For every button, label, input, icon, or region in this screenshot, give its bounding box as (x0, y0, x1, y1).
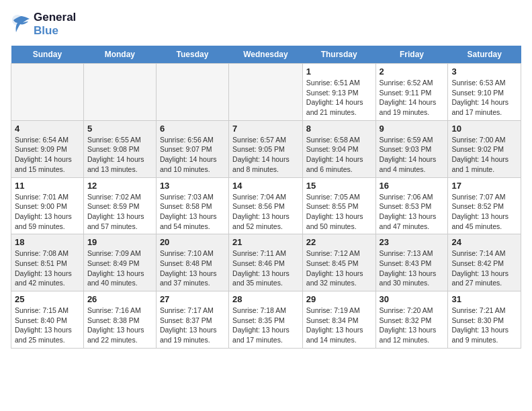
day-info: Sunrise: 6:54 AM Sunset: 9:09 PM Dayligh… (15, 135, 80, 175)
calendar-week-row: 4Sunrise: 6:54 AM Sunset: 9:09 PM Daylig… (11, 120, 521, 177)
day-number: 9 (380, 124, 445, 134)
day-number: 8 (306, 124, 372, 134)
day-number: 21 (232, 237, 299, 247)
day-number: 14 (232, 181, 299, 191)
calendar-cell: 28Sunrise: 7:18 AM Sunset: 8:35 PM Dayli… (229, 291, 303, 349)
day-number: 11 (15, 181, 80, 191)
logo-blue: Blue (34, 24, 58, 37)
weekday-header-row: SundayMondayTuesdayWednesdayThursdayFrid… (11, 46, 521, 64)
calendar-cell: 17Sunrise: 7:07 AM Sunset: 8:52 PM Dayli… (448, 177, 521, 234)
day-number: 23 (380, 237, 445, 247)
calendar-cell: 27Sunrise: 7:17 AM Sunset: 8:37 PM Dayli… (156, 291, 228, 349)
calendar-cell: 24Sunrise: 7:14 AM Sunset: 8:42 PM Dayli… (448, 234, 521, 291)
day-number: 20 (160, 237, 225, 247)
day-info: Sunrise: 7:08 AM Sunset: 8:51 PM Dayligh… (15, 248, 80, 288)
calendar-cell: 21Sunrise: 7:11 AM Sunset: 8:46 PM Dayli… (229, 234, 303, 291)
day-info: Sunrise: 6:52 AM Sunset: 9:11 PM Dayligh… (380, 78, 445, 118)
day-number: 17 (451, 181, 517, 191)
day-number: 22 (306, 237, 372, 247)
calendar-cell: 12Sunrise: 7:02 AM Sunset: 8:59 PM Dayli… (83, 177, 156, 234)
weekday-header-tuesday: Tuesday (156, 46, 228, 64)
page-header: General Blue (11, 11, 521, 38)
day-number: 30 (380, 294, 445, 304)
day-info: Sunrise: 7:14 AM Sunset: 8:42 PM Dayligh… (451, 248, 517, 288)
day-number: 10 (451, 124, 517, 134)
day-number: 26 (87, 294, 152, 304)
day-number: 4 (15, 124, 80, 134)
calendar-cell (11, 64, 84, 121)
day-info: Sunrise: 7:16 AM Sunset: 8:38 PM Dayligh… (87, 306, 152, 345)
calendar-cell: 14Sunrise: 7:04 AM Sunset: 8:56 PM Dayli… (229, 177, 303, 234)
calendar-cell: 7Sunrise: 6:57 AM Sunset: 9:05 PM Daylig… (229, 120, 303, 177)
calendar-cell: 2Sunrise: 6:52 AM Sunset: 9:11 PM Daylig… (375, 64, 448, 121)
calendar-cell: 8Sunrise: 6:58 AM Sunset: 9:04 PM Daylig… (302, 120, 375, 177)
calendar-week-row: 25Sunrise: 7:15 AM Sunset: 8:40 PM Dayli… (11, 291, 521, 349)
day-info: Sunrise: 7:18 AM Sunset: 8:35 PM Dayligh… (232, 306, 299, 345)
weekday-header-sunday: Sunday (11, 46, 84, 64)
calendar-cell (229, 64, 303, 121)
calendar-cell: 5Sunrise: 6:55 AM Sunset: 9:08 PM Daylig… (83, 120, 156, 177)
day-number: 7 (232, 124, 299, 134)
day-info: Sunrise: 7:17 AM Sunset: 8:37 PM Dayligh… (160, 306, 225, 345)
calendar-table: SundayMondayTuesdayWednesdayThursdayFrid… (11, 46, 521, 349)
day-number: 16 (380, 181, 445, 191)
day-info: Sunrise: 6:55 AM Sunset: 9:08 PM Dayligh… (87, 135, 152, 175)
day-number: 3 (451, 66, 517, 77)
day-info: Sunrise: 6:53 AM Sunset: 9:10 PM Dayligh… (451, 78, 517, 118)
day-number: 29 (306, 294, 372, 304)
day-number: 13 (160, 181, 225, 191)
day-info: Sunrise: 7:15 AM Sunset: 8:40 PM Dayligh… (15, 306, 80, 345)
day-info: Sunrise: 7:19 AM Sunset: 8:34 PM Dayligh… (306, 306, 372, 345)
weekday-header-thursday: Thursday (302, 46, 375, 64)
calendar-cell (83, 64, 156, 121)
day-number: 27 (160, 294, 225, 304)
day-number: 25 (15, 294, 80, 304)
calendar-cell: 4Sunrise: 6:54 AM Sunset: 9:09 PM Daylig… (11, 120, 84, 177)
calendar-cell: 9Sunrise: 6:59 AM Sunset: 9:03 PM Daylig… (375, 120, 448, 177)
calendar-week-row: 11Sunrise: 7:01 AM Sunset: 9:00 PM Dayli… (11, 177, 521, 234)
logo-general: General (34, 11, 76, 24)
calendar-cell: 23Sunrise: 7:13 AM Sunset: 8:43 PM Dayli… (375, 234, 448, 291)
day-info: Sunrise: 7:05 AM Sunset: 8:55 PM Dayligh… (306, 192, 372, 232)
calendar-week-row: 1Sunrise: 6:51 AM Sunset: 9:13 PM Daylig… (11, 64, 521, 121)
day-info: Sunrise: 7:11 AM Sunset: 8:46 PM Dayligh… (232, 248, 299, 288)
day-info: Sunrise: 7:02 AM Sunset: 8:59 PM Dayligh… (87, 192, 152, 232)
weekday-header-saturday: Saturday (448, 46, 521, 64)
day-number: 2 (380, 66, 445, 77)
day-info: Sunrise: 7:10 AM Sunset: 8:48 PM Dayligh… (160, 248, 225, 288)
calendar-cell: 26Sunrise: 7:16 AM Sunset: 8:38 PM Dayli… (83, 291, 156, 349)
weekday-header-friday: Friday (375, 46, 448, 64)
day-info: Sunrise: 6:51 AM Sunset: 9:13 PM Dayligh… (306, 78, 372, 118)
calendar-cell: 3Sunrise: 6:53 AM Sunset: 9:10 PM Daylig… (448, 64, 521, 121)
calendar-cell (156, 64, 228, 121)
calendar-cell: 11Sunrise: 7:01 AM Sunset: 9:00 PM Dayli… (11, 177, 84, 234)
day-info: Sunrise: 6:58 AM Sunset: 9:04 PM Dayligh… (306, 135, 372, 175)
calendar-cell: 13Sunrise: 7:03 AM Sunset: 8:58 PM Dayli… (156, 177, 228, 234)
calendar-cell: 20Sunrise: 7:10 AM Sunset: 8:48 PM Dayli… (156, 234, 228, 291)
day-number: 31 (451, 294, 517, 304)
day-info: Sunrise: 7:09 AM Sunset: 8:49 PM Dayligh… (87, 248, 152, 288)
calendar-cell: 6Sunrise: 6:56 AM Sunset: 9:07 PM Daylig… (156, 120, 228, 177)
day-number: 6 (160, 124, 225, 134)
day-info: Sunrise: 7:06 AM Sunset: 8:53 PM Dayligh… (380, 192, 445, 232)
day-info: Sunrise: 7:12 AM Sunset: 8:45 PM Dayligh… (306, 248, 372, 288)
day-number: 15 (306, 181, 372, 191)
calendar-cell: 15Sunrise: 7:05 AM Sunset: 8:55 PM Dayli… (302, 177, 375, 234)
day-info: Sunrise: 7:01 AM Sunset: 9:00 PM Dayligh… (15, 192, 80, 232)
calendar-cell: 19Sunrise: 7:09 AM Sunset: 8:49 PM Dayli… (83, 234, 156, 291)
calendar-cell: 31Sunrise: 7:21 AM Sunset: 8:30 PM Dayli… (448, 291, 521, 349)
day-info: Sunrise: 6:57 AM Sunset: 9:05 PM Dayligh… (232, 135, 299, 175)
day-number: 18 (15, 237, 80, 247)
calendar-cell: 29Sunrise: 7:19 AM Sunset: 8:34 PM Dayli… (302, 291, 375, 349)
day-info: Sunrise: 7:04 AM Sunset: 8:56 PM Dayligh… (232, 192, 299, 232)
calendar-cell: 1Sunrise: 6:51 AM Sunset: 9:13 PM Daylig… (302, 64, 375, 121)
day-info: Sunrise: 6:56 AM Sunset: 9:07 PM Dayligh… (160, 135, 225, 175)
logo: General Blue (11, 11, 76, 38)
logo-bird-icon (11, 13, 32, 35)
day-number: 1 (306, 66, 372, 77)
day-info: Sunrise: 7:13 AM Sunset: 8:43 PM Dayligh… (380, 248, 445, 288)
day-info: Sunrise: 7:00 AM Sunset: 9:02 PM Dayligh… (451, 135, 517, 175)
day-info: Sunrise: 7:07 AM Sunset: 8:52 PM Dayligh… (451, 192, 517, 232)
calendar-cell: 18Sunrise: 7:08 AM Sunset: 8:51 PM Dayli… (11, 234, 84, 291)
day-number: 12 (87, 181, 152, 191)
